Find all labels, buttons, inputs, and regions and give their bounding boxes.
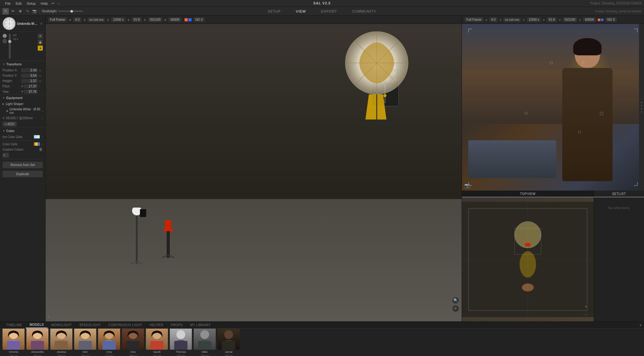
camera-icon[interactable]: 📷 xyxy=(464,183,470,188)
custom-colors-delete[interactable]: 🗑 xyxy=(39,147,43,152)
tab-speedlight[interactable]: SPEEDLIGHT xyxy=(75,322,104,328)
model-card-jessica[interactable]: Jessica169 cm xyxy=(50,329,72,356)
intensity-slider[interactable] xyxy=(9,34,11,59)
light-shaper-item[interactable]: ▶ Light Shaper xyxy=(0,101,45,107)
right-cam-bracket[interactable]: NO 0 xyxy=(605,17,616,22)
svg-rect-13 xyxy=(164,229,173,231)
tab-community[interactable]: COMMUNITY xyxy=(345,8,384,14)
position-y-value[interactable]: 3.54 xyxy=(21,74,38,78)
equipment-section-header[interactable]: ▼ Equipment xyxy=(0,94,45,101)
cam-shutter[interactable]: 1/500 s xyxy=(111,17,125,22)
studiolight-slider[interactable] xyxy=(58,11,83,12)
setlist-tab[interactable]: SETLIST xyxy=(594,191,644,197)
color-dot-2[interactable] xyxy=(3,39,7,43)
tab-continuous[interactable]: CONTINUOUS LIGHT xyxy=(105,322,146,328)
right-cam-wb[interactable]: 6000K xyxy=(583,17,596,22)
select-tool[interactable]: ↖ xyxy=(3,8,9,14)
rotate-tool[interactable]: ⊕ xyxy=(17,8,23,14)
tab-monolight[interactable]: MONOLIGHT xyxy=(47,322,75,328)
tab-timeline[interactable]: TIMELINE xyxy=(3,322,26,328)
ice-gels-swatch[interactable] xyxy=(34,135,40,139)
right-cam-aperture[interactable]: f/2.8 xyxy=(547,17,557,22)
model-card-amy[interactable]: Amy172 cm xyxy=(98,329,120,356)
right-cam-format[interactable]: Full Frame xyxy=(464,17,483,22)
pitch-reset[interactable]: ↺ xyxy=(21,85,23,88)
zoom-in-btn[interactable]: 🔍 xyxy=(452,297,459,304)
right-cam-lens[interactable]: 24-105 mm xyxy=(503,18,521,22)
model-card-kira[interactable]: Kira166 cm xyxy=(122,329,144,356)
preset-value[interactable]: 56/183.7 @200mm xyxy=(6,116,41,120)
focus-point-2 xyxy=(582,62,584,64)
bottom-expand-btn[interactable]: ▾ xyxy=(640,323,641,327)
tab-export[interactable]: EXPORT xyxy=(314,8,345,14)
color-section-header[interactable]: ▼ Color xyxy=(0,127,45,134)
close-panel-btn[interactable]: ✕ xyxy=(40,22,43,26)
lock-icon[interactable]: 🔒 xyxy=(38,40,43,45)
topview-zoom-in[interactable]: + xyxy=(585,304,587,309)
tab-setup[interactable]: SETUP xyxy=(260,8,288,14)
umbrella-expand[interactable]: › xyxy=(42,109,43,113)
cam-wb[interactable]: 6000K xyxy=(169,17,181,22)
model-card-alexandra[interactable]: Alexandra163 cm xyxy=(26,329,48,356)
cam-format[interactable]: Full Frame xyxy=(48,17,67,22)
menu-setup[interactable]: Setup xyxy=(24,2,38,5)
setlist-tab-bar: SETLIST xyxy=(594,191,644,197)
model-card-thomas[interactable]: Thomas180 cm xyxy=(170,329,192,356)
remove-from-set-button[interactable]: Remove from Set xyxy=(3,162,43,168)
umbrella-item[interactable]: Umbrella White · Ø 85 cm › xyxy=(0,107,45,115)
menu-help[interactable]: Help xyxy=(38,2,50,5)
duplicate-button[interactable]: Duplicate xyxy=(3,171,43,177)
cam-lens[interactable]: 24-105 mm xyxy=(88,18,105,22)
model-card-kim[interactable]: Kim163 cm xyxy=(74,329,96,356)
model-card-victoria[interactable]: Victoria176 cm xyxy=(3,329,25,356)
focus-point-3 xyxy=(525,112,527,114)
model-card-mike[interactable]: Mike188 cm xyxy=(194,329,216,356)
add-button[interactable]: + ADD xyxy=(3,122,17,126)
scale-tool[interactable]: ⤡ xyxy=(24,8,31,14)
right-cam-ratio[interactable]: 4:3 xyxy=(489,17,497,22)
yaw-row: Yaw: ↺ 37.76 ° xyxy=(0,89,45,94)
color-dot-1[interactable] xyxy=(3,34,7,38)
model-card-jamal[interactable]: Jamal185 cm xyxy=(218,329,240,356)
height-value[interactable]: 2.37 xyxy=(21,79,38,83)
svg-rect-62 xyxy=(222,341,235,350)
menu-edit[interactable]: Edit xyxy=(13,2,24,5)
model-avatar-kim xyxy=(74,329,96,350)
model-height-label: 172 cm xyxy=(105,354,113,356)
rotate-view-btn[interactable]: ⟳ xyxy=(452,305,459,312)
color-gels-expand[interactable]: › xyxy=(42,142,43,146)
eye-icon[interactable]: 👁 xyxy=(38,34,43,39)
tab-helper[interactable]: HELPER xyxy=(146,322,167,328)
cam-aperture[interactable]: f/2.8 xyxy=(132,17,142,22)
tab-library[interactable]: MY LIBRARY xyxy=(186,322,214,328)
yaw-value[interactable]: 37.76 xyxy=(24,90,38,94)
add-color-button[interactable]: + xyxy=(3,153,9,158)
topview-zoom-out[interactable]: − xyxy=(585,312,587,318)
color-gels-swatch[interactable] xyxy=(34,142,40,146)
right-panel: Full Frame ◆ 4:3 ◆ 24-105 mm ◆ 1/500 s ◆… xyxy=(462,16,644,321)
pitch-value[interactable]: 17.37 xyxy=(24,84,38,88)
right-cam-shutter[interactable]: 1/500 s xyxy=(527,17,541,22)
viewport-nav-arrow[interactable]: ‹ xyxy=(48,314,50,319)
cam-iso[interactable]: ISO100 xyxy=(148,17,163,22)
tab-props[interactable]: PROPS xyxy=(167,322,186,328)
model-card-sarah[interactable]: Sarah141 cm xyxy=(146,329,168,356)
cam-bracket[interactable]: NO 0 xyxy=(193,17,204,22)
model-name-label: Kira xyxy=(130,350,136,353)
active-icon[interactable]: ★ xyxy=(38,46,43,51)
right-cam-iso[interactable]: ISO100 xyxy=(563,17,577,22)
yaw-reset[interactable]: ↺ xyxy=(21,90,23,93)
camera-tool[interactable]: 📷 xyxy=(31,8,38,14)
tab-view[interactable]: VIEW xyxy=(288,8,314,14)
cam-ratio[interactable]: 4:3 xyxy=(73,17,81,22)
avatar-inner xyxy=(26,329,48,350)
position-x-value[interactable]: 2.43 xyxy=(21,68,38,72)
nav-left-arrow[interactable]: ‹ xyxy=(48,314,50,319)
move-tool[interactable]: ✏ xyxy=(10,8,16,14)
transform-section-header[interactable]: ▼ Transform xyxy=(0,61,45,68)
topview-content: + − xyxy=(462,197,594,321)
menu-file[interactable]: File xyxy=(3,2,13,5)
topview-tab[interactable]: TOPVIEW xyxy=(462,191,594,197)
tab-models[interactable]: MODELS xyxy=(26,322,47,328)
ice-gels-expand[interactable]: › xyxy=(42,135,43,139)
